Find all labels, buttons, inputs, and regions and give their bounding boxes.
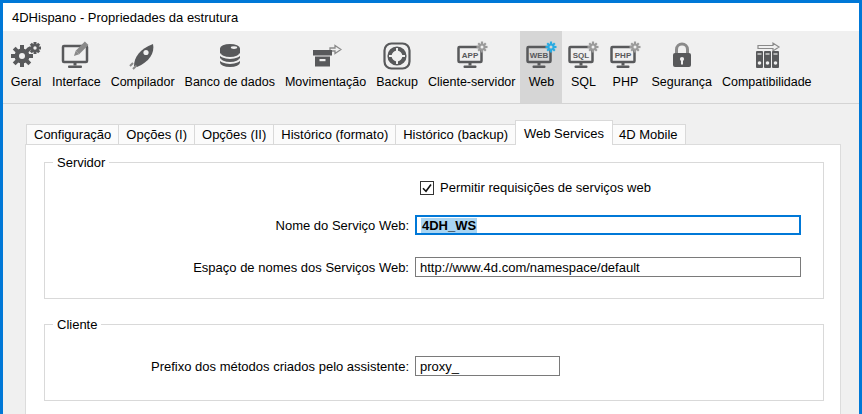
toolbar-item-interface[interactable]: Interface (47, 31, 106, 103)
server-group-box: Servidor Permitir requisições de serviço… (44, 162, 824, 299)
client-group-box: Cliente Prefixo dos métodos criados pelo… (44, 324, 824, 401)
toolbar-item-banco-de-dados[interactable]: Banco de dados (180, 31, 280, 103)
tab-strip: Configuração Opções (I) Opções (II) Hist… (26, 120, 686, 145)
selected-text: 4DH_WS (421, 218, 477, 233)
tab-opcoes-1[interactable]: Opções (I) (119, 124, 195, 145)
toolbar-item-seguranca[interactable]: Segurança (646, 31, 716, 103)
toolbar: Geral Interface Compilador (3, 31, 859, 104)
monitor-web-gear-icon: WEB (525, 40, 557, 72)
life-ring-icon (381, 40, 413, 72)
web-service-namespace-input[interactable] (415, 257, 801, 277)
toolbar-item-movimentacao[interactable]: Movimentação (280, 31, 371, 103)
tab-historico-formato[interactable]: Histórico (formato) (274, 124, 396, 145)
toolbar-item-label: SQL (571, 75, 596, 89)
toolbar-item-label: Banco de dados (185, 75, 275, 89)
toolbar-item-geral[interactable]: Geral (5, 31, 47, 103)
toolbar-item-sql[interactable]: SQL SQL (562, 31, 604, 103)
tab-opcoes-2[interactable]: Opções (II) (195, 124, 274, 145)
toolbar-item-label: Segurança (651, 75, 711, 89)
archive-arrow-icon (310, 40, 342, 72)
allow-web-service-requests-row: Permitir requisições de serviços web (420, 180, 651, 195)
toolbar-item-compilador[interactable]: Compilador (106, 31, 180, 103)
rocket-icon (127, 40, 159, 72)
web-service-name-input[interactable]: 4DH_WS (415, 215, 801, 235)
gears-icon (10, 40, 42, 72)
toolbar-item-web[interactable]: WEB Web (520, 31, 562, 103)
toolbar-item-label: Backup (376, 75, 418, 89)
toolbar-item-label: Cliente-servidor (428, 75, 516, 89)
tab-configuracao[interactable]: Configuração (26, 124, 119, 145)
svg-text:WEB: WEB (530, 51, 549, 60)
monitor-app-gear-icon: APP (456, 40, 488, 72)
svg-text:SQL: SQL (573, 51, 590, 60)
proxy-prefix-input[interactable] (415, 356, 560, 376)
toolbar-item-backup[interactable]: Backup (371, 31, 423, 103)
toolbar-item-label: Movimentação (285, 75, 366, 89)
toolbar-item-label: Interface (52, 75, 101, 89)
svg-text:PHP: PHP (615, 51, 632, 60)
monitor-sql-gear-icon: SQL (567, 40, 599, 72)
web-service-name-label: Nome do Serviço Web: (45, 218, 415, 233)
tab-web-services[interactable]: Web Services (515, 120, 613, 145)
tab-4d-mobile[interactable]: 4D Mobile (612, 124, 686, 145)
toolbar-item-php[interactable]: PHP PHP (604, 31, 646, 103)
window-title: 4DHispano - Propriedades da estrutura (12, 10, 238, 25)
web-services-tab-panel: Servidor Permitir requisições de serviço… (25, 144, 841, 414)
toolbar-item-label: Geral (11, 75, 42, 89)
database-icon (214, 40, 246, 72)
padlock-icon (666, 40, 698, 72)
proxy-prefix-row: Prefixo dos métodos criados pelo assiste… (45, 356, 823, 376)
allow-web-service-requests-checkbox[interactable] (420, 181, 434, 195)
monitor-php-gear-icon: PHP (609, 40, 641, 72)
server-group-label: Servidor (53, 155, 109, 170)
toolbar-item-label: Compilador (111, 75, 175, 89)
toolbar-item-compatibilidade[interactable]: Compatibilidade (717, 31, 817, 103)
monitor-pencil-icon (60, 40, 92, 72)
svg-text:APP: APP (461, 51, 478, 60)
toolbar-item-label: Web (529, 75, 554, 89)
binders-arrow-icon (751, 40, 783, 72)
tab-historico-backup[interactable]: Histórico (backup) (396, 124, 516, 145)
title-bar[interactable]: 4DHispano - Propriedades da estrutura (3, 3, 859, 31)
toolbar-item-cliente-servidor[interactable]: APP Cliente-servidor (423, 31, 521, 103)
toolbar-item-label: Compatibilidade (722, 75, 812, 89)
toolbar-item-label: PHP (613, 75, 639, 89)
client-group-label: Cliente (53, 317, 101, 332)
web-service-namespace-label: Espaço de nomes dos Serviços Web: (45, 260, 415, 275)
web-service-namespace-row: Espaço de nomes dos Serviços Web: (45, 257, 823, 277)
proxy-prefix-label: Prefixo dos métodos criados pelo assiste… (45, 359, 415, 374)
web-service-name-row: Nome do Serviço Web: 4DH_WS (45, 215, 823, 235)
allow-web-service-requests-label: Permitir requisições de serviços web (440, 180, 651, 195)
structure-properties-window: 4DHispano - Propriedades da estrutura Ge… (0, 0, 862, 414)
